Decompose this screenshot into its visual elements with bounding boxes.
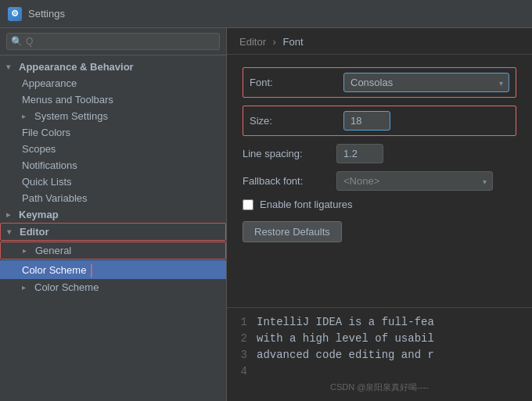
fallback-select-wrapper: <None> ▾ (336, 171, 493, 191)
line-num-2: 2 (236, 331, 247, 347)
size-input[interactable] (343, 111, 390, 131)
sidebar-item-quick-lists[interactable]: Quick Lists (0, 174, 226, 190)
line-spacing-label: Line spacing: (243, 148, 329, 159)
chevron-down-icon-2: ▾ (7, 227, 16, 236)
right-panel: Editor › Font Font: Consolas ▾ (227, 28, 532, 401)
chevron-right-icon: ▸ (22, 112, 31, 120)
breadcrumb: Editor › Font (227, 28, 532, 55)
preview-line-2: 2 with a high level of usabil (236, 331, 523, 347)
sidebar-item-file-colors[interactable]: File Colors (0, 124, 226, 141)
search-wrapper: 🔍 (6, 33, 220, 50)
line-content-1: IntelliJ IDEA is a full-fea (257, 314, 434, 331)
breadcrumb-sep: › (273, 36, 276, 48)
search-input[interactable] (6, 33, 220, 50)
font-row-outlined: Font: Consolas ▾ (243, 67, 516, 98)
font-row: Font: Consolas ▾ (250, 73, 509, 92)
search-icon: 🔍 (11, 36, 23, 47)
size-label: Size: (250, 115, 336, 127)
sidebar-item-editor[interactable]: ▾ Editor (0, 223, 226, 241)
chevron-right-icon-3: ▸ (23, 246, 32, 255)
line-num-3: 3 (236, 347, 247, 363)
line-num-1: 1 (236, 314, 247, 331)
window-title: Settings (28, 8, 65, 20)
chevron-right-icon-4: ▸ (22, 283, 31, 292)
sidebar-item-appearance-behavior[interactable]: ▾ Appearance & Behavior (0, 59, 226, 75)
left-panel: 🔍 ▾ Appearance & Behavior Appearance Men… (0, 28, 227, 401)
sidebar-item-appearance[interactable]: Appearance (0, 75, 226, 91)
main-container: 🔍 ▾ Appearance & Behavior Appearance Men… (0, 28, 532, 401)
sidebar-item-keymap[interactable]: ▸ Keymap (0, 206, 226, 223)
line-content-3: advanced code editing and r (257, 347, 434, 363)
font-select[interactable]: Consolas (343, 73, 509, 92)
sidebar-item-menus-toolbars[interactable]: Menus and Toolbars (0, 91, 226, 108)
sidebar-item-system-settings[interactable]: ▸ System Settings (0, 108, 226, 124)
restore-defaults-button[interactable]: Restore Defaults (243, 221, 342, 242)
sidebar-item-color-scheme[interactable]: ▸ Color Scheme (0, 279, 226, 295)
search-bar: 🔍 (0, 28, 226, 55)
breadcrumb-path: Editor (239, 36, 266, 48)
app-icon: ⚙ (8, 7, 22, 21)
fallback-font-select[interactable]: <None> (336, 171, 493, 191)
fallback-font-row: Fallback font: <None> ▾ (243, 171, 516, 191)
watermark: CSDN @泉阳泉真好喝---- (236, 380, 523, 395)
sidebar-item-general[interactable]: ▸ General (0, 242, 226, 260)
preview-line-4: 4 (236, 363, 523, 380)
preview-area: 1 IntelliJ IDEA is a full-fea 2 with a h… (227, 307, 532, 401)
line-content-2: with a high level of usabil (257, 331, 434, 347)
font-label: Font: (250, 77, 336, 88)
preview-line-1: 1 IntelliJ IDEA is a full-fea (236, 314, 523, 331)
line-spacing-row: Line spacing: (243, 144, 516, 163)
size-row-outlined: Size: (243, 106, 516, 136)
line-spacing-input[interactable] (336, 144, 383, 163)
enable-ligatures-label: Enable font ligatures (260, 199, 353, 210)
line-num-4: 4 (236, 363, 247, 380)
breadcrumb-current: Font (283, 36, 304, 48)
tree-area: ▾ Appearance & Behavior Appearance Menus… (0, 55, 226, 401)
chevron-right-icon-2: ▸ (6, 210, 16, 219)
enable-ligatures-checkbox[interactable] (243, 199, 253, 210)
sidebar-item-font[interactable]: Color Scheme | (0, 260, 226, 279)
sidebar-item-notifications[interactable]: Notifications (0, 157, 226, 174)
ligatures-row: Enable font ligatures (243, 199, 516, 210)
sidebar-item-path-variables[interactable]: Path Variables (0, 190, 226, 206)
sidebar-item-scopes[interactable]: Scopes (0, 141, 226, 157)
font-select-wrapper: Consolas ▾ (343, 73, 509, 92)
chevron-down-icon: ▾ (6, 63, 16, 71)
settings-content: Font: Consolas ▾ Size: Line spacing: (227, 55, 532, 307)
fallback-font-label: Fallback font: (243, 175, 329, 187)
preview-line-3: 3 advanced code editing and r (236, 347, 523, 363)
title-bar: ⚙ Settings (0, 0, 532, 28)
